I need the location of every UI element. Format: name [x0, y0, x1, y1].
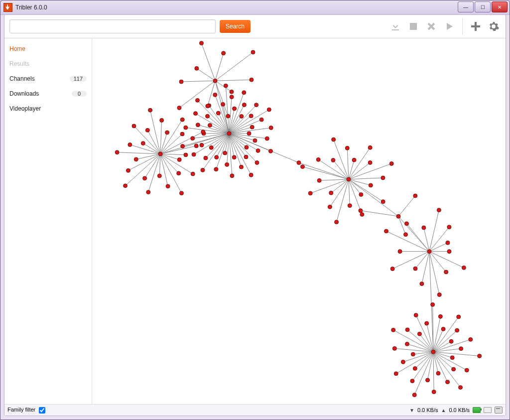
svg-point-309 — [297, 161, 301, 165]
svg-point-191 — [233, 107, 237, 111]
sidebar-item-channels[interactable]: Channels117 — [4, 71, 92, 86]
svg-point-215 — [141, 141, 145, 145]
monitor-icon — [484, 407, 492, 413]
svg-point-254 — [389, 161, 393, 165]
svg-point-256 — [369, 183, 373, 187]
svg-point-274 — [437, 208, 441, 212]
network-graph-canvas[interactable] — [92, 38, 506, 404]
svg-point-190 — [230, 95, 234, 99]
svg-point-293 — [405, 342, 409, 346]
svg-point-177 — [191, 137, 195, 140]
svg-point-223 — [201, 130, 205, 134]
delete-icon[interactable] — [424, 19, 438, 33]
minimize-button[interactable]: — — [458, 1, 474, 12]
sidebar-item-label: Downloads — [9, 90, 39, 97]
toolbar: Search — [4, 15, 506, 38]
svg-point-305 — [469, 337, 473, 341]
svg-line-97 — [318, 159, 349, 179]
svg-point-163 — [249, 173, 253, 177]
download-icon[interactable] — [388, 19, 402, 33]
svg-point-172 — [204, 156, 208, 160]
svg-line-86 — [215, 52, 253, 81]
svg-point-161 — [255, 161, 259, 165]
svg-point-283 — [436, 371, 440, 375]
channels-badge: 117 — [70, 76, 87, 82]
close-button[interactable]: ✕ — [492, 1, 508, 12]
svg-line-101 — [349, 160, 354, 179]
svg-point-302 — [457, 315, 461, 319]
svg-point-304 — [449, 339, 453, 343]
svg-point-173 — [209, 145, 213, 149]
svg-point-231 — [179, 80, 183, 84]
svg-point-299 — [431, 302, 435, 306]
svg-line-65 — [117, 152, 160, 154]
svg-line-87 — [215, 80, 252, 81]
add-icon[interactable] — [469, 19, 483, 33]
up-arrow-icon: ▲ — [441, 408, 446, 413]
svg-point-195 — [255, 103, 258, 107]
titlebar[interactable]: Tribler 6.0.0 — ☐ ✕ — [0, 0, 510, 15]
svg-line-83 — [197, 68, 215, 81]
svg-point-203 — [191, 172, 195, 176]
svg-line-85 — [215, 53, 224, 81]
svg-point-228 — [226, 114, 230, 118]
svg-point-262 — [396, 214, 400, 218]
svg-point-225 — [184, 153, 188, 157]
svg-point-246 — [301, 165, 305, 169]
svg-point-295 — [405, 328, 409, 332]
svg-point-192 — [242, 91, 246, 95]
svg-point-200 — [269, 126, 273, 130]
svg-point-267 — [420, 282, 424, 286]
svg-point-308 — [431, 350, 435, 354]
svg-point-253 — [368, 160, 372, 164]
svg-point-162 — [244, 155, 248, 159]
search-button[interactable]: Search — [220, 20, 251, 33]
svg-point-238 — [359, 193, 363, 197]
search-input[interactable] — [9, 19, 216, 33]
svg-line-133 — [414, 352, 433, 395]
svg-point-218 — [148, 108, 152, 112]
maximize-button[interactable]: ☐ — [475, 1, 491, 12]
svg-point-224 — [194, 144, 198, 148]
stop-icon[interactable] — [406, 19, 420, 33]
svg-point-301 — [441, 327, 445, 331]
svg-point-255 — [381, 176, 385, 180]
svg-line-63 — [128, 154, 160, 170]
svg-point-188 — [221, 102, 225, 106]
svg-point-165 — [232, 155, 236, 159]
svg-point-291 — [411, 352, 415, 356]
svg-point-240 — [348, 204, 352, 208]
svg-point-277 — [427, 250, 431, 254]
svg-point-206 — [166, 184, 170, 188]
svg-point-257 — [381, 200, 385, 204]
svg-point-266 — [437, 293, 441, 297]
sidebar-item-videoplayer[interactable]: Videoplayer — [4, 101, 92, 116]
svg-line-10 — [229, 134, 255, 140]
sidebar-item-downloads[interactable]: Downloads0 — [4, 86, 92, 101]
svg-line-6 — [398, 216, 429, 251]
svg-point-235 — [251, 50, 255, 54]
svg-line-100 — [347, 148, 349, 179]
svg-point-264 — [462, 266, 466, 270]
svg-point-249 — [332, 138, 336, 141]
svg-line-112 — [429, 252, 464, 268]
family-filter-checkbox[interactable] — [39, 407, 45, 414]
svg-point-297 — [414, 313, 418, 317]
svg-point-230 — [177, 106, 181, 110]
sidebar-item-home[interactable]: Home — [4, 41, 92, 56]
svg-point-198 — [259, 118, 263, 122]
settings-gear-icon[interactable] — [487, 19, 501, 33]
svg-point-272 — [404, 222, 408, 226]
play-icon[interactable] — [442, 19, 456, 33]
up-speed: 0.0 KB/s — [449, 407, 470, 413]
svg-point-159 — [256, 149, 260, 153]
svg-point-303 — [455, 328, 459, 332]
svg-point-189 — [224, 84, 228, 88]
svg-point-211 — [126, 168, 130, 172]
svg-line-77 — [160, 154, 186, 155]
svg-point-239 — [360, 213, 364, 217]
svg-line-105 — [349, 178, 383, 179]
svg-point-247 — [316, 157, 320, 161]
svg-point-171 — [201, 168, 205, 172]
svg-point-284 — [432, 390, 436, 394]
